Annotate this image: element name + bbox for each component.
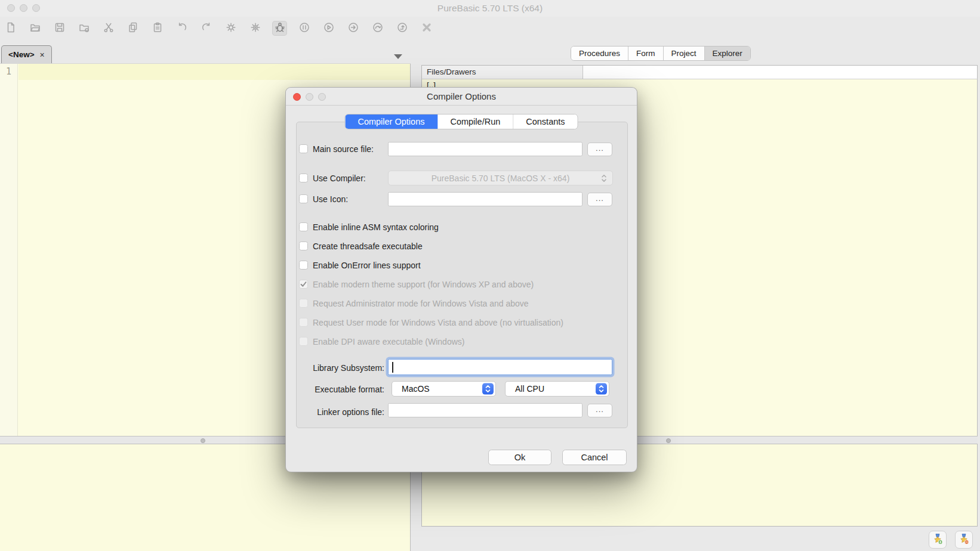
option-checkbox-6[interactable]	[299, 337, 308, 346]
toolbar-step-button[interactable]	[346, 21, 360, 36]
cancel-button[interactable]: Cancel	[562, 450, 627, 465]
syntax-check-icon	[249, 21, 261, 35]
dialog-tab-compiler-options[interactable]: Compiler Options	[345, 114, 437, 129]
option-label-0: Enable inline ASM syntax coloring	[313, 222, 439, 232]
window-title: PureBasic 5.70 LTS (x64)	[0, 3, 980, 14]
paste-icon	[152, 21, 164, 35]
new-file-icon	[5, 21, 17, 35]
add-tool-button[interactable]	[929, 531, 947, 549]
editor-tabbar: <New> ×	[0, 39, 411, 64]
step-out-icon	[396, 21, 408, 35]
option-checkbox-3[interactable]	[299, 280, 308, 289]
main-toolbar	[0, 17, 980, 39]
toolbar-step-over-button[interactable]	[370, 21, 385, 36]
pause-icon	[298, 21, 310, 35]
option-label-6: Enable DPI aware executable (Windows)	[313, 337, 464, 346]
toolbar-new-file-button[interactable]	[3, 21, 18, 36]
tab-explorer[interactable]: Explorer	[705, 47, 750, 60]
use-compiler-label: Use Compiler:	[313, 174, 366, 183]
stepper-icon[interactable]	[598, 172, 609, 184]
dialog-tab-compile-run[interactable]: Compile/Run	[437, 114, 513, 129]
dialog-tab-constants[interactable]: Constants	[513, 114, 577, 129]
linker-options-browse-button[interactable]: ...	[587, 404, 612, 417]
executable-format-label: Executable format:	[286, 385, 384, 394]
tab-list-dropdown-icon[interactable]	[394, 54, 402, 59]
use-compiler-value: PureBasic 5.70 LTS (MacOS X - x64)	[432, 174, 570, 183]
dialog-titlebar: Compiler Options	[286, 88, 637, 106]
dialog-tabs: Compiler OptionsCompile/RunConstants	[344, 114, 578, 129]
copy-icon	[127, 21, 139, 35]
compiler-options-dialog: Compiler Options Compiler OptionsCompile…	[285, 87, 637, 472]
line-number-gutter: 1	[0, 64, 18, 436]
splitter-handle-icon[interactable]	[201, 438, 205, 443]
main-source-browse-button[interactable]: ...	[587, 143, 612, 156]
kill-program-icon	[421, 21, 433, 35]
document-tab-label: <New>	[8, 50, 35, 59]
option-checkbox-2[interactable]	[299, 261, 308, 270]
toolbar-close-file-button[interactable]	[76, 21, 91, 36]
toolbar-syntax-check-button[interactable]	[248, 21, 263, 36]
current-line-highlight	[19, 64, 410, 80]
document-tab[interactable]: <New> ×	[1, 45, 52, 63]
tab-project[interactable]: Project	[664, 47, 705, 60]
use-icon-label: Use Icon:	[313, 194, 348, 204]
remove-tool-button[interactable]	[955, 531, 973, 549]
undo-icon	[176, 21, 188, 35]
toolbar-kill-program-button[interactable]	[419, 21, 434, 36]
toolbar-run-button[interactable]	[321, 21, 336, 36]
stepper-icon[interactable]	[482, 383, 494, 395]
use-icon-checkbox[interactable]	[299, 194, 308, 203]
tab-procedures[interactable]: Procedures	[571, 47, 628, 60]
toolbar-debugger-button[interactable]	[272, 21, 287, 36]
toolbar-paste-button[interactable]	[150, 21, 165, 36]
toolbar-step-out-button[interactable]	[395, 21, 409, 36]
toolbar-save-file-button[interactable]	[52, 21, 67, 36]
files-drawers-column-header[interactable]: Files/Drawers	[422, 66, 583, 79]
option-label-5: Request User mode for Windows Vista and …	[313, 318, 563, 327]
use-icon-browse-button[interactable]: ...	[587, 193, 612, 206]
toolbar-open-file-button[interactable]	[27, 21, 42, 36]
toolbar-pause-button[interactable]	[297, 21, 312, 36]
window-titlebar: PureBasic 5.70 LTS (x64)	[0, 0, 980, 17]
option-checkbox-1[interactable]	[299, 242, 308, 250]
remove-tool-icon	[958, 533, 970, 547]
linker-options-field[interactable]	[388, 403, 583, 417]
cpu-popup[interactable]: All CPU	[505, 381, 609, 397]
option-label-4: Request Administrator mode for Windows V…	[313, 299, 529, 308]
linker-options-label: Linker options file:	[286, 407, 384, 417]
option-checkbox-4[interactable]	[299, 299, 308, 308]
tab-form[interactable]: Form	[628, 47, 664, 60]
purebasic-ide-window: PureBasic 5.70 LTS (x64) <New> × 1 Proce…	[0, 0, 980, 551]
option-label-2: Enable OnError lines support	[313, 261, 421, 270]
toolbar-copy-button[interactable]	[125, 21, 140, 36]
stepper-icon[interactable]	[596, 383, 607, 395]
compile-run-icon	[225, 21, 237, 35]
dialog-title: Compiler Options	[286, 91, 637, 101]
splitter-handle-icon[interactable]	[666, 438, 671, 443]
executable-format-value: MacOS	[402, 384, 430, 394]
main-source-checkbox[interactable]	[299, 144, 308, 153]
use-compiler-popup[interactable]: PureBasic 5.70 LTS (MacOS X - x64)	[388, 171, 613, 185]
tool-panel-tabs: ProceduresFormProjectExplorer	[571, 46, 751, 61]
option-label-3: Enable modern theme support (for Windows…	[313, 280, 534, 289]
toolbar-undo-button[interactable]	[174, 21, 189, 36]
redo-icon	[201, 21, 212, 35]
library-subsystem-label: Library Subsystem:	[286, 363, 384, 373]
use-compiler-checkbox[interactable]	[299, 174, 308, 182]
executable-format-popup[interactable]: MacOS	[392, 381, 496, 397]
option-checkbox-5[interactable]	[299, 318, 308, 327]
ok-button[interactable]: Ok	[488, 450, 551, 465]
use-icon-field[interactable]	[388, 192, 583, 206]
option-checkbox-0[interactable]	[299, 222, 308, 231]
toolbar-compile-run-button[interactable]	[223, 21, 238, 36]
main-source-field[interactable]	[388, 142, 583, 156]
save-file-icon	[54, 21, 66, 35]
toolbar-cut-button[interactable]	[101, 21, 116, 36]
step-icon	[347, 21, 359, 35]
cpu-value: All CPU	[515, 384, 544, 394]
run-icon	[323, 21, 335, 35]
toolbar-redo-button[interactable]	[199, 21, 214, 36]
explorer-second-column-header[interactable]	[583, 66, 977, 79]
tab-close-icon[interactable]: ×	[40, 51, 45, 59]
library-subsystem-field[interactable]	[388, 359, 612, 375]
